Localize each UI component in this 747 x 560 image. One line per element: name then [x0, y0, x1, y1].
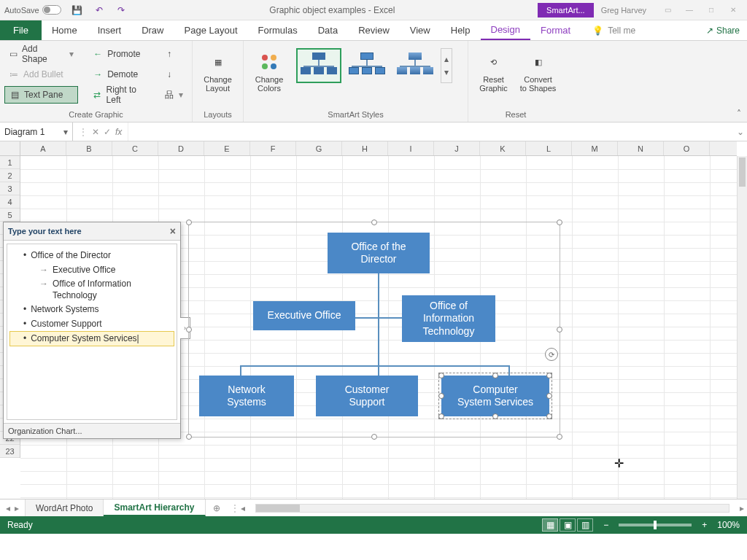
sheet-tab-wordart[interactable]: WordArt Photo — [26, 499, 104, 516]
resize-handle[interactable] — [186, 327, 192, 332]
node-network-systems[interactable]: Network Systems — [199, 376, 294, 416]
resize-handle[interactable] — [492, 373, 498, 378]
column-header[interactable]: K — [480, 141, 526, 155]
row-header[interactable]: 1 — [0, 156, 20, 169]
move-down-button[interactable]: ↓ — [160, 66, 187, 83]
zoom-thumb[interactable] — [654, 521, 657, 529]
scroll-right-icon[interactable]: ▸ — [740, 503, 744, 513]
resize-handle[interactable] — [186, 219, 192, 225]
column-header[interactable]: O — [664, 141, 710, 155]
smartart-frame[interactable]: Office of the Director Executive Office … — [188, 222, 560, 438]
vertical-scrollbar[interactable] — [737, 156, 747, 499]
sheet-nav[interactable]: ◂▸ — [0, 499, 26, 516]
tab-insert[interactable]: Insert — [88, 20, 132, 40]
resize-handle[interactable] — [438, 393, 444, 399]
text-pane-item[interactable]: •Network Systems — [10, 303, 174, 317]
zoom-in-button[interactable]: + — [702, 520, 707, 530]
resize-handle[interactable] — [371, 434, 377, 440]
node-oit[interactable]: Office of Information Technology — [402, 295, 495, 342]
page-break-view-button[interactable]: ▥ — [577, 518, 593, 532]
redo-icon[interactable]: ↷ — [115, 4, 127, 16]
tab-draw[interactable]: Draw — [131, 20, 174, 40]
resize-handle[interactable] — [557, 327, 562, 332]
sheet-tab-smartart[interactable]: SmartArt Hierarchy — [104, 499, 205, 516]
tab-view[interactable]: View — [400, 20, 441, 40]
demote-button[interactable]: →Demote — [88, 66, 152, 83]
resize-handle[interactable] — [546, 373, 552, 378]
column-header[interactable]: J — [434, 141, 480, 155]
text-pane-button[interactable]: ▤Text Pane — [4, 86, 78, 104]
hscroll-split-icon[interactable]: ⋮ — [231, 503, 239, 513]
zoom-slider[interactable] — [619, 524, 692, 526]
row-header[interactable]: 23 — [0, 445, 20, 458]
page-layout-view-button[interactable]: ▣ — [560, 518, 576, 532]
column-header[interactable]: A — [20, 141, 66, 155]
column-header[interactable]: M — [572, 141, 618, 155]
hscroll-track[interactable] — [255, 504, 729, 513]
scroll-left-icon[interactable]: ◂ — [241, 503, 245, 513]
promote-button[interactable]: ←Promote — [88, 45, 152, 63]
column-header[interactable]: G — [296, 141, 342, 155]
text-pane-item[interactable]: •Computer System Services| — [9, 331, 174, 347]
row-header[interactable]: 2 — [0, 169, 20, 182]
tab-page-layout[interactable]: Page Layout — [174, 20, 248, 40]
text-pane-item[interactable]: •Customer Support — [10, 317, 174, 332]
tab-design[interactable]: Design — [481, 20, 530, 40]
style-thumb-2[interactable] — [344, 48, 390, 83]
column-header[interactable]: C — [112, 141, 158, 155]
node-exec-office[interactable]: Executive Office — [253, 301, 355, 330]
row-header[interactable]: 3 — [0, 182, 20, 195]
change-layout-button[interactable]: ▦ Change Layout — [197, 45, 239, 98]
smartart-tools-tab[interactable]: SmartArt... — [538, 3, 594, 18]
resize-handle[interactable] — [438, 373, 444, 378]
row-header[interactable]: 5 — [0, 209, 20, 222]
expand-formula-bar-icon[interactable]: ⌄ — [734, 127, 747, 137]
chevron-right-icon[interactable]: ▸ — [15, 503, 19, 513]
style-thumb-3[interactable] — [392, 48, 438, 83]
maximize-icon[interactable]: □ — [702, 4, 721, 16]
column-header[interactable]: H — [342, 141, 388, 155]
ribbon-display-icon[interactable]: ▭ — [658, 4, 677, 16]
undo-icon[interactable]: ↶ — [93, 4, 105, 16]
add-shape-button[interactable]: ▭Add Shape▾ — [4, 45, 78, 63]
resize-handle[interactable] — [438, 413, 444, 419]
column-header[interactable]: L — [526, 141, 572, 155]
tab-help[interactable]: Help — [441, 20, 481, 40]
normal-view-button[interactable]: ▦ — [542, 518, 558, 532]
autosave-toggle[interactable]: AutoSave — [4, 5, 61, 15]
convert-to-shapes-button[interactable]: ◧ Convert to Shapes — [517, 45, 559, 98]
collapse-ribbon-icon[interactable]: ˄ — [737, 109, 741, 119]
resize-handle[interactable] — [371, 219, 377, 225]
text-pane-item[interactable]: →Office of Information Technology — [10, 277, 174, 303]
style-thumb-1[interactable] — [296, 48, 341, 83]
user-name[interactable]: Greg Harvey — [594, 3, 654, 18]
file-tab[interactable]: File — [0, 20, 42, 40]
formula-input[interactable] — [128, 122, 734, 141]
text-pane-body[interactable]: •Office of the Director→Executive Office… — [7, 244, 177, 420]
rotate-handle-icon[interactable]: ⟳ — [545, 348, 558, 361]
resize-handle[interactable] — [557, 434, 562, 440]
close-icon[interactable]: ✕ — [724, 4, 743, 16]
node-director[interactable]: Office of the Director — [328, 233, 430, 273]
cancel-formula-icon[interactable]: ✕ — [92, 127, 99, 137]
tell-me-search[interactable]: 💡 Tell me — [592, 20, 635, 40]
zoom-level[interactable]: 100% — [717, 520, 740, 530]
formula-expand-icon[interactable]: ⋮ — [79, 127, 88, 137]
chevron-left-icon[interactable]: ◂ — [6, 503, 10, 513]
share-button[interactable]: ↗ Share — [706, 20, 740, 40]
styles-gallery-more[interactable]: ▴▾ — [441, 48, 452, 83]
reset-graphic-button[interactable]: ⟲ Reset Graphic — [473, 45, 514, 98]
new-sheet-button[interactable]: ⊕ — [206, 499, 228, 516]
zoom-out-button[interactable]: − — [603, 520, 608, 530]
tab-formulas[interactable]: Formulas — [248, 20, 308, 40]
close-icon[interactable]: × — [170, 225, 176, 237]
worksheet-grid[interactable]: ABCDEFGHIJKLMNO 123456789101112131415161… — [0, 141, 747, 499]
text-pane-footer[interactable]: Organization Chart... — [4, 423, 180, 438]
node-computer-system-services[interactable]: Computer System Services — [441, 376, 549, 416]
layout-menu-button[interactable]: 品▾ — [160, 86, 187, 104]
enter-formula-icon[interactable]: ✓ — [104, 127, 111, 137]
column-header[interactable]: B — [66, 141, 112, 155]
select-all-corner[interactable] — [0, 141, 20, 155]
move-up-button[interactable]: ↑ — [160, 45, 187, 63]
vscroll-thumb[interactable] — [739, 158, 746, 187]
